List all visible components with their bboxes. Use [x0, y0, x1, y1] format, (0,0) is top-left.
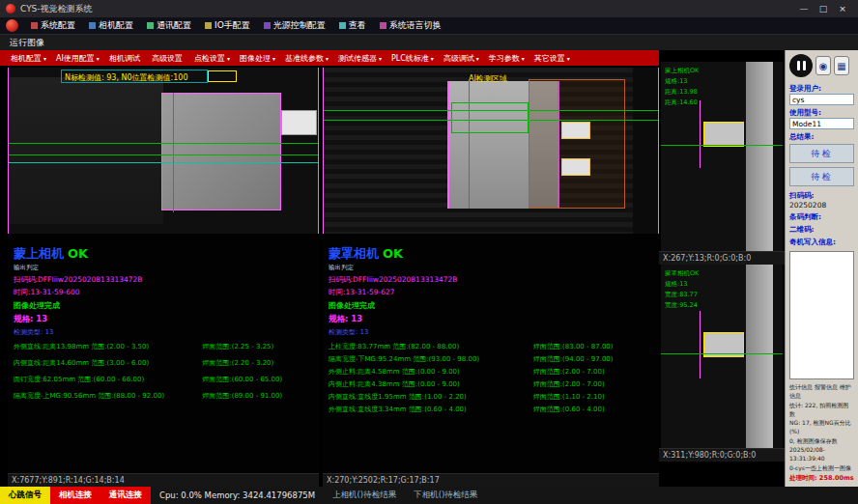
app-window: CYS-视觉检测系统 — □ × 系统配置 相机配置 通讯配置 IO手配置 光源… [0, 0, 858, 504]
stats-line: 统计: 222, 拍照检测图数 [789, 401, 854, 419]
pause-icon [797, 61, 800, 70]
thumb-overlay-text: 蒙罩相机OK 规格:13 宽度:83.77 宽度:95.24 [665, 268, 699, 311]
camera-name: 蒙上相机 [14, 245, 64, 263]
measurement-row: 隔离宽度-下MG:95.24mm 范围:(93.00 - 98.00)焊面范围:… [329, 356, 653, 363]
app-logo-icon [6, 4, 15, 14]
chevron-down-icon: ▾ [326, 55, 329, 62]
chevron-down-icon: ▾ [567, 55, 570, 62]
tb-spot-check[interactable]: 点检设置▾ [189, 53, 235, 64]
tb-other-settings[interactable]: 其它设置▾ [529, 53, 575, 64]
machine-body [746, 62, 773, 251]
brand-logo-icon [6, 19, 18, 32]
close-button[interactable]: × [833, 4, 852, 14]
thumbnail-view-2[interactable]: 蒙罩相机OK 规格:13 宽度:83.77 宽度:95.24 [661, 265, 783, 448]
menubar: 系统配置 相机配置 通讯配置 IO手配置 光源控制配置 查看 系统语言切换 [0, 17, 858, 35]
heartbeat-indicator: 心跳信号 [0, 487, 50, 504]
menu-item-comm-config[interactable]: 通讯配置 [140, 17, 198, 34]
result-box-lower: 待检 [789, 167, 854, 186]
control-panel: ◉ ▦ 登录用户: cys 使用型号: Mode11 总结果: 待检 待检 扫码… [785, 50, 858, 487]
camera-image-upper[interactable]: N标检测值: 93, N0位置检测值:100 [8, 68, 319, 234]
result-list-box [789, 251, 854, 379]
settings-button[interactable]: ▦ [834, 56, 849, 75]
spec-text: 规格: 13 [329, 314, 653, 325]
menu-item-icon [205, 22, 212, 29]
stats-header: 统计信息 报警信息 维护信息 [789, 382, 854, 401]
menu-item-language-switch[interactable]: 系统语言切换 [373, 17, 448, 34]
menu-item-icon [264, 22, 271, 29]
chevron-down-icon: ▾ [379, 55, 382, 62]
spec-text: 规格: 13 [14, 314, 313, 325]
tb-ai-config[interactable]: AI使用配置▾ [51, 53, 104, 64]
pause-button[interactable] [789, 54, 813, 77]
camera-capture-button[interactable]: ◉ [815, 56, 831, 75]
spec-detail: 检测类型: 13 [329, 327, 653, 337]
camera-image-lower[interactable]: AI检测区域 [323, 68, 659, 234]
tb-baseline-params[interactable]: 基准线参数▾ [280, 53, 333, 64]
pixel-coordinates-thumb-1: X:267;Y:13;R:0;G:0;B:0 [659, 251, 785, 265]
menu-item-label: 光源控制配置 [273, 19, 326, 32]
status-bar: 心跳信号 相机连接 通讯连接 Cpu: 0.0% Memory: 3424.41… [0, 487, 858, 504]
measurement-row: 上柱宽度:83.77mm 范围:(82.00 - 88.00)焊面范围:(83.… [329, 344, 653, 350]
tb-learn-params[interactable]: 学习参数▾ [484, 53, 529, 64]
stats-line: NG: 17, 检测NG百分比(%) [789, 418, 854, 436]
bright-feature [561, 158, 590, 176]
camera-connection-indicator: 相机连接 [50, 487, 100, 504]
laser-line [661, 145, 783, 146]
maximize-button[interactable]: □ [814, 4, 833, 14]
tb-image-process[interactable]: 图像处理▾ [235, 53, 280, 64]
control-buttons: ◉ ▦ [789, 54, 854, 77]
measurement-row: 圆钉宽度:62.05mm 范围:(60.00 - 66.00)焊面范围:(60.… [14, 377, 313, 383]
menu-item-io-config[interactable]: IO手配置 [198, 17, 257, 34]
tb-plc-standard[interactable]: PLC线标准▾ [386, 53, 439, 64]
barcode-judge-label: 条码判断: [789, 212, 854, 222]
camera-icon: ◉ [819, 61, 828, 71]
menu-item-icon [380, 22, 386, 29]
output-subtitle: 输出判定 [14, 264, 313, 272]
barcode-label: 扫码码: [789, 191, 854, 201]
model-label: 使用型号: [789, 108, 854, 118]
login-user-value: cys [789, 94, 854, 105]
bright-feature [561, 122, 590, 139]
tb-advanced-debug[interactable]: 高级调试▾ [439, 53, 484, 64]
login-user-label: 登录用户: [789, 84, 854, 94]
stats-line: 0-cys一些上检测一图像 [789, 463, 854, 472]
laser-line [9, 154, 318, 155]
menu-item-label: 系统语言切换 [389, 19, 442, 32]
chevron-down-icon: ▾ [476, 55, 479, 62]
menu-item-view[interactable]: 查看 [332, 17, 373, 34]
tab-run-image[interactable]: 运行图像 [10, 37, 44, 49]
menu-item-label: 查看 [349, 19, 366, 32]
menu-item-icon [147, 22, 154, 29]
tb-camera-debug[interactable]: 相机调试 [104, 53, 147, 64]
ai-region-frame [529, 79, 625, 209]
measurement-row: 内侧止料:距离4.38mm 范围:(0.00 - 9.00)焊面范围:(2.00… [329, 381, 653, 388]
thumbnail-view-1[interactable]: 蒙上相机OK 规格:13 距离:13.98 距离:14.60 [661, 62, 783, 251]
menu-item-system-config[interactable]: 系统配置 [24, 17, 82, 34]
tb-camera-config[interactable]: 相机配置▾ [6, 53, 51, 64]
pixel-coordinates-lower: X:270;Y:2502;R:17;G:17;B:17 [323, 473, 659, 487]
menu-item-camera-config[interactable]: 相机配置 [82, 17, 140, 34]
minimize-button[interactable]: — [794, 4, 814, 14]
machine-body [633, 68, 658, 234]
menu-item-icon [339, 22, 346, 29]
laser-line [9, 143, 318, 144]
barcode-value: 20250208 [789, 201, 854, 210]
chevron-down-icon: ▾ [431, 55, 434, 62]
comm-connection-indicator: 通讯连接 [100, 487, 151, 504]
model-value[interactable]: Mode11 [789, 118, 854, 129]
camera-panel-lower: AI检测区域 蒙罩相机 OK 输出判定 扫码码:DFFIiiw202502081… [323, 68, 659, 487]
tb-advanced-settings[interactable]: 高级设置 [147, 53, 189, 64]
menu-item-icon [89, 22, 96, 29]
laser-line [9, 162, 318, 163]
tb-sensor-test[interactable]: 测试传感器▾ [333, 53, 386, 64]
menu-item-icon [31, 22, 38, 29]
grid-icon: ▦ [837, 61, 845, 71]
menu-item-label: IO手配置 [214, 19, 250, 32]
chevron-down-icon: ▾ [43, 55, 46, 62]
ai-region-label: AI检测区域 [469, 73, 507, 84]
menu-item-light-config[interactable]: 光源控制配置 [257, 17, 332, 34]
chevron-down-icon: ▾ [522, 55, 525, 62]
result-status: OK [68, 246, 88, 261]
bright-feature [703, 122, 744, 147]
toolbar: 相机配置▾ AI使用配置▾ 相机调试 高级设置 点检设置▾ 图像处理▾ 基准线参… [0, 50, 659, 66]
